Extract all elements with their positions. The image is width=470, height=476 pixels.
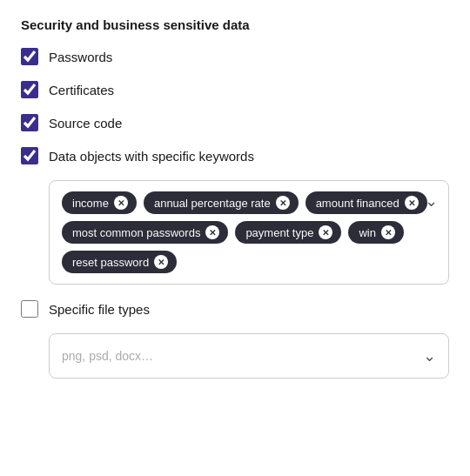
keyword-win-label: win <box>359 226 376 239</box>
keyword-income-tag: income ✕ <box>62 191 137 214</box>
keyword-win-tag: win ✕ <box>348 221 404 244</box>
specific-files-row: Specific file types <box>21 300 449 318</box>
keyword-amount-financed-tag: amount financed ✕ <box>306 191 427 214</box>
keyword-amount-financed-remove[interactable]: ✕ <box>405 196 419 210</box>
files-input-box[interactable]: png, psd, docx… ⌄ <box>49 333 449 379</box>
keyword-most-common-passwords-remove[interactable]: ✕ <box>205 225 219 239</box>
keyword-reset-password-tag: reset password ✕ <box>62 251 177 273</box>
passwords-row: Passwords <box>21 48 449 65</box>
specific-files-label: Specific file types <box>49 302 150 317</box>
keyword-annual-percentage-rate-tag: annual percentage rate ✕ <box>144 191 299 214</box>
data-objects-row: Data objects with specific keywords <box>21 147 449 164</box>
keyword-reset-password-remove[interactable]: ✕ <box>154 255 168 269</box>
data-objects-label: Data objects with specific keywords <box>49 149 254 164</box>
section-title: Security and business sensitive data <box>21 17 449 32</box>
keyword-income-remove[interactable]: ✕ <box>114 196 128 210</box>
certificates-row: Certificates <box>21 81 449 98</box>
source-code-row: Source code <box>21 114 449 131</box>
source-code-label: Source code <box>49 116 122 131</box>
keyword-amount-financed-label: amount financed <box>316 197 400 210</box>
keyword-payment-type-remove[interactable]: ✕ <box>319 225 332 239</box>
keyword-payment-type-tag: payment type ✕ <box>235 221 341 244</box>
passwords-label: Passwords <box>49 50 112 64</box>
passwords-checkbox[interactable] <box>21 48 38 65</box>
keyword-reset-password-label: reset password <box>72 256 149 269</box>
files-placeholder: png, psd, docx… <box>62 349 153 363</box>
source-code-checkbox[interactable] <box>21 114 38 131</box>
keywords-row: income ✕ annual percentage rate ✕ amount… <box>62 191 436 273</box>
data-objects-checkbox[interactable] <box>21 147 38 164</box>
keyword-most-common-passwords-label: most common passwords <box>72 226 200 239</box>
files-chevron-icon[interactable]: ⌄ <box>423 346 436 365</box>
keyword-win-remove[interactable]: ✕ <box>381 225 395 239</box>
keyword-annual-percentage-rate-remove[interactable]: ✕ <box>276 196 290 210</box>
keyword-payment-type-label: payment type <box>245 226 313 239</box>
keyword-income-label: income <box>72 197 109 210</box>
certificates-checkbox[interactable] <box>21 81 38 98</box>
certificates-label: Certificates <box>49 83 114 97</box>
keywords-chevron-button[interactable]: ⌄ <box>425 191 438 211</box>
keyword-annual-percentage-rate-label: annual percentage rate <box>154 197 271 210</box>
specific-files-section: Specific file types png, psd, docx… ⌄ <box>21 300 449 379</box>
keyword-most-common-passwords-tag: most common passwords ✕ <box>62 221 228 244</box>
specific-files-checkbox[interactable] <box>21 300 38 318</box>
keywords-box: ⌄ income ✕ annual percentage rate ✕ amou… <box>49 180 449 285</box>
